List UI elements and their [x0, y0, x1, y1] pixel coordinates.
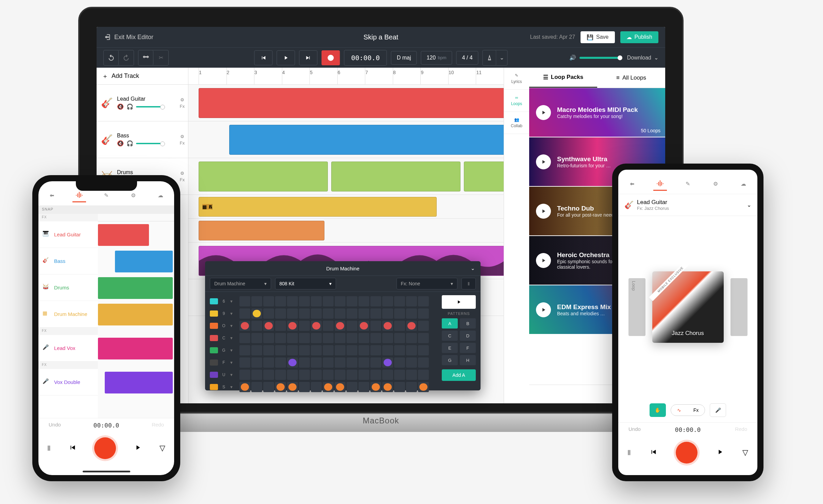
drum-cell[interactable]: [347, 308, 357, 319]
drum-cell[interactable]: [358, 333, 369, 343]
fx-button[interactable]: Fx: [180, 104, 185, 109]
drum-cell[interactable]: [418, 333, 429, 343]
exit-icon[interactable]: [45, 189, 59, 202]
drum-cell[interactable]: [275, 333, 286, 343]
drum-cell[interactable]: [406, 345, 417, 355]
gear-icon[interactable]: ⚙: [180, 97, 184, 102]
drum-cell[interactable]: [275, 296, 286, 306]
drum-cell[interactable]: [323, 333, 334, 343]
skip-back-button[interactable]: [254, 50, 272, 65]
drum-cell[interactable]: [299, 321, 310, 331]
loops-tab[interactable]: ∞Loops: [504, 90, 529, 112]
drum-cell[interactable]: [323, 382, 334, 392]
cloud-tab[interactable]: ☁: [154, 189, 167, 202]
undo-button[interactable]: Undo: [628, 426, 641, 433]
track-volume[interactable]: [136, 143, 163, 144]
drum-cell[interactable]: [358, 357, 369, 368]
drum-cell[interactable]: [394, 357, 405, 368]
redo-button[interactable]: [119, 50, 134, 65]
drum-cell[interactable]: [263, 345, 274, 355]
drum-cell[interactable]: [323, 370, 334, 380]
drum-cell[interactable]: [311, 308, 322, 319]
drum-cell[interactable]: [299, 308, 310, 319]
drum-cell[interactable]: [251, 321, 262, 331]
pattern-slot[interactable]: C: [442, 331, 458, 341]
drum-cell[interactable]: [323, 296, 334, 306]
settings-tab[interactable]: ⚙: [709, 177, 722, 191]
drum-cell[interactable]: [358, 382, 369, 392]
save-button[interactable]: 💾 Save: [581, 31, 615, 43]
mobile-track[interactable]: 🎤Lead Vox: [38, 335, 98, 362]
skip-back-icon[interactable]: [650, 448, 657, 457]
drum-cell[interactable]: [263, 321, 274, 331]
drum-cell[interactable]: [275, 357, 286, 368]
drum-cell[interactable]: [370, 308, 381, 319]
mobile-track[interactable]: 🎤Vox Double: [38, 369, 98, 396]
key-select[interactable]: D maj: [391, 51, 417, 65]
drum-cell[interactable]: [370, 382, 381, 392]
drum-cell[interactable]: [287, 382, 298, 392]
collab-tab[interactable]: 👥Collab: [504, 112, 529, 134]
filter-icon[interactable]: ▼: [230, 336, 233, 340]
exit-editor-button[interactable]: Exit Mix Editor: [103, 33, 153, 41]
record-button[interactable]: [321, 50, 340, 65]
filter-icon[interactable]: ▼: [230, 348, 233, 352]
kit-select[interactable]: 808 Kit▾: [275, 278, 336, 289]
drum-cell[interactable]: [418, 357, 429, 368]
drum-cell[interactable]: [239, 370, 250, 380]
drum-cell[interactable]: [239, 308, 250, 319]
undo-button[interactable]: Undo: [49, 422, 61, 429]
clip[interactable]: [98, 338, 173, 359]
drum-cell[interactable]: [311, 382, 322, 392]
track-header[interactable]: 🎸 Lead Guitar Fx: Jazz Chorus ⌄: [618, 194, 757, 216]
drum-cell[interactable]: [239, 357, 250, 368]
instrument-icon[interactable]: [210, 323, 218, 329]
song-title[interactable]: Skip a Beat: [364, 33, 398, 41]
drum-cell[interactable]: [239, 296, 250, 306]
drum-cell[interactable]: [323, 321, 334, 331]
hand-button[interactable]: ✋: [650, 403, 666, 417]
drum-cell[interactable]: [335, 382, 346, 392]
drum-cell[interactable]: [275, 308, 286, 319]
redo-button[interactable]: Redo: [735, 426, 747, 433]
drum-cell[interactable]: [275, 370, 286, 380]
drum-cell[interactable]: [347, 357, 357, 368]
timesig-select[interactable]: 4 / 4: [456, 51, 478, 65]
drum-cell[interactable]: [335, 370, 346, 380]
instrument-icon[interactable]: [210, 347, 218, 353]
drum-cell[interactable]: [394, 321, 405, 331]
drum-cell[interactable]: [239, 345, 250, 355]
drum-cell[interactable]: [251, 345, 262, 355]
pattern-slot[interactable]: E: [442, 343, 458, 353]
clip[interactable]: [331, 162, 460, 191]
gear-icon[interactable]: ⚙: [180, 171, 184, 176]
clip[interactable]: [105, 372, 173, 393]
pattern-slot[interactable]: F: [460, 343, 476, 353]
drum-cell[interactable]: [406, 308, 417, 319]
drum-cell[interactable]: [406, 382, 417, 392]
drum-cell[interactable]: [323, 308, 334, 319]
drum-cell[interactable]: [406, 370, 417, 380]
drum-cell[interactable]: [394, 345, 405, 355]
drum-cell[interactable]: [382, 321, 393, 331]
drum-cell[interactable]: [370, 296, 381, 306]
drum-cell[interactable]: [406, 333, 417, 343]
drum-cell[interactable]: [311, 370, 322, 380]
drum-cell[interactable]: [251, 333, 262, 343]
undo-button[interactable]: [104, 50, 119, 65]
drum-cell[interactable]: [370, 370, 381, 380]
drum-pattern-clip[interactable]: ▦A ▦A ▦B ▦B ▦A ▦A ▦B ▦B: [199, 197, 437, 217]
filter-icon[interactable]: ▼: [230, 373, 233, 377]
drum-cell[interactable]: [251, 357, 262, 368]
metronome-icon[interactable]: ▽: [159, 444, 165, 453]
drum-cell[interactable]: [299, 357, 310, 368]
metronome-icon[interactable]: ▽: [742, 448, 748, 457]
collapse-icon[interactable]: ⌄: [471, 265, 475, 271]
drum-cell[interactable]: [323, 357, 334, 368]
mixer-button[interactable]: ⫴: [461, 278, 476, 289]
drum-cell[interactable]: [287, 321, 298, 331]
drum-cell[interactable]: [406, 321, 417, 331]
drum-cell[interactable]: [263, 333, 274, 343]
fx-toggle[interactable]: ∿ Fx: [671, 404, 705, 416]
play-button[interactable]: [276, 50, 295, 65]
